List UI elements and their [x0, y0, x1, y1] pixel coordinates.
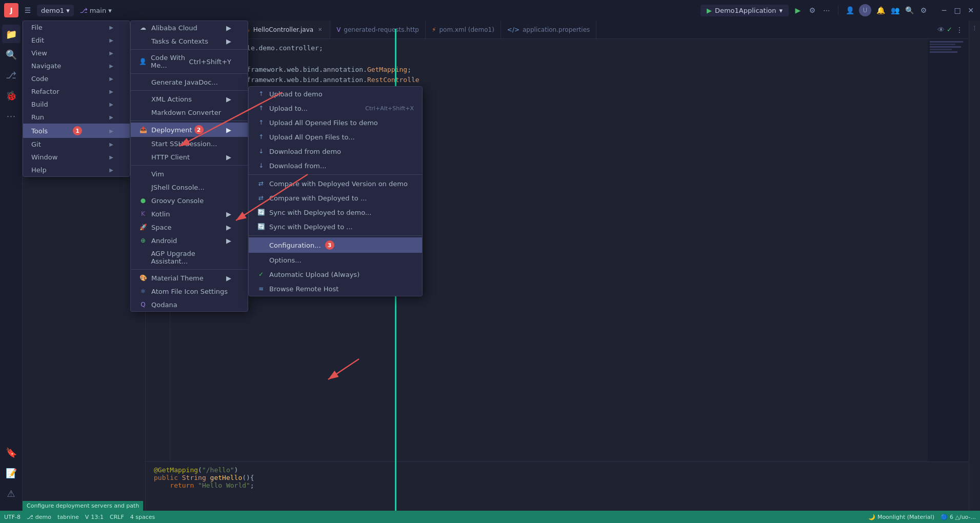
menu-tools[interactable]: Tools 1 ▶ — [23, 124, 130, 138]
dep-upload-all-open[interactable]: ↑ Upload All Open Files to... — [249, 130, 422, 144]
more-button[interactable]: ⋯ — [822, 5, 832, 15]
tab-more-icon[interactable]: ⋮ — [954, 25, 965, 35]
arrow-right-icon: ▶ — [226, 126, 231, 134]
tools-vim[interactable]: Vim — [131, 167, 248, 180]
hamburger-icon[interactable]: ☰ — [23, 5, 33, 15]
item-row: AGP Upgrade Assistant... — [139, 250, 231, 265]
todo-icon[interactable]: 📝 — [2, 464, 21, 482]
tab-appprops[interactable]: </> application.properties — [501, 21, 596, 39]
code-line-4: import org.springframework.web.bind.anno… — [178, 75, 919, 86]
tools-groovy[interactable]: ● Groovy Console — [131, 194, 248, 207]
tools-material-theme[interactable]: 🎨 Material Theme ▶ — [131, 271, 248, 285]
tools-android[interactable]: ⊕ Android ▶ — [131, 234, 248, 247]
tab-generated-requests[interactable]: V generated-requests.http — [330, 21, 426, 39]
menu-code[interactable]: Code ▶ — [23, 72, 130, 85]
tools-deployment[interactable]: 📤 Deployment 2 ▶ — [131, 123, 248, 137]
dep-compare-deployed-to[interactable]: ⇄ Compare with Deployed to ... — [249, 191, 422, 205]
menu-run[interactable]: Run ▶ — [23, 111, 130, 124]
tools-tasks-contexts[interactable]: Tasks & Contexts ▶ — [131, 34, 248, 48]
tools-qodana[interactable]: Q Qodana — [131, 298, 248, 311]
status-line-ending[interactable]: CRLF — [110, 514, 124, 520]
item-row: ● Groovy Console — [139, 196, 204, 205]
close-icon[interactable]: ✕ — [966, 5, 976, 15]
browse-icon: ≡ — [257, 285, 265, 293]
settings-button[interactable]: ⚙ — [807, 5, 817, 15]
dep-download-from[interactable]: ↓ Download from... — [249, 158, 422, 173]
tools-agp[interactable]: AGP Upgrade Assistant... — [131, 247, 248, 268]
people-icon[interactable]: 👥 — [890, 5, 900, 15]
tools-alibaba-cloud[interactable]: ☁ Alibaba Cloud ▶ — [131, 21, 248, 34]
menu-edit-label: Edit — [31, 36, 44, 44]
notifications-icon[interactable]: 🔔 — [875, 5, 886, 15]
eye-icon[interactable]: 👁 — [937, 26, 945, 34]
bookmarks-icon[interactable]: 🔖 — [2, 443, 21, 461]
menu-file[interactable]: File ▶ — [23, 21, 130, 34]
tools-kotlin[interactable]: K Kotlin ▶ — [131, 207, 248, 220]
dep-sync-to[interactable]: 🔄 Sync with Deployed to ... — [249, 219, 422, 234]
run-debug-activity-icon[interactable]: 🐞 — [2, 86, 21, 105]
tools-markdown[interactable]: Markdown Converter — [131, 106, 248, 119]
maximize-icon[interactable]: □ — [952, 5, 963, 15]
status-indent[interactable]: 4 spaces — [130, 514, 155, 520]
right-sidebar-icon[interactable]: ⋮ — [970, 23, 980, 33]
dep-upload-to[interactable]: ↑ Upload to... Ctrl+Alt+Shift+X — [249, 101, 422, 115]
dep-upload-all-opened[interactable]: ↑ Upload All Opened Files to demo — [249, 115, 422, 130]
status-theme[interactable]: 🌙 Moonlight (Material) — [868, 514, 934, 520]
avatar-icon[interactable]: U — [859, 4, 871, 16]
menu-refactor[interactable]: Refactor ▶ — [23, 85, 130, 98]
menu-edit[interactable]: Edit ▶ — [23, 34, 130, 47]
tools-generate-javadoc[interactable]: Generate JavaDoc... — [131, 75, 248, 89]
tab-pomxml[interactable]: ⚡ pom.xml (demo1) — [426, 21, 501, 39]
menu-git[interactable]: Git ▶ — [23, 138, 130, 151]
vcs-selector[interactable]: ⎇ main ▾ — [80, 7, 112, 14]
menu-navigate[interactable]: Navigate ▶ — [23, 59, 130, 72]
tools-submenu[interactable]: ☁ Alibaba Cloud ▶ Tasks & Contexts ▶ 👤 C… — [130, 21, 248, 312]
dep-compare-deployed-version[interactable]: ⇄ Compare with Deployed Version on demo — [249, 176, 422, 191]
dep-download-demo[interactable]: ↓ Download from demo — [249, 144, 422, 158]
dep-label: Browse Remote Host — [269, 285, 338, 293]
tools-http-client[interactable]: HTTP Client ▶ — [131, 150, 248, 164]
run-controls: ▶ Demo1Application ▾ ▶ ⚙ ⋯ 👤 U 🔔 👥 🔍 ⚙ ─… — [701, 4, 976, 16]
run-config-button[interactable]: ▶ Demo1Application ▾ — [701, 5, 789, 16]
tools-code-with-me[interactable]: 👤 Code With Me... Ctrl+Shift+Y — [131, 51, 248, 72]
deployment-submenu[interactable]: ↑ Upload to demo ↑ Upload to... Ctrl+Alt… — [248, 86, 423, 296]
dep-browse-remote[interactable]: ≡ Browse Remote Host — [249, 281, 422, 296]
arrow-right-icon: ▶ — [109, 76, 113, 82]
dep-item-row: ⇄ Compare with Deployed Version on demo — [257, 179, 408, 188]
status-encoding[interactable]: UTF-8 — [4, 514, 21, 520]
dep-auto-upload[interactable]: ✓ Automatic Upload (Always) — [249, 267, 422, 281]
tools-jshell[interactable]: JShell Console... — [131, 180, 248, 194]
dep-sync-demo[interactable]: 🔄 Sync with Deployed to demo... — [249, 205, 422, 219]
tab-hellocontroller[interactable]: ☕ HelloController.java ✕ — [238, 21, 330, 39]
status-warnings[interactable]: 🔵 6 △/uo-... — [941, 514, 976, 520]
settings2-icon[interactable]: ⚙ — [918, 5, 929, 15]
tools-xml-actions[interactable]: XML Actions ▶ — [131, 92, 248, 106]
minimize-icon[interactable]: ─ — [939, 5, 949, 15]
menu-window[interactable]: Window ▶ — [23, 151, 130, 164]
project-tree-icon[interactable]: 📁 — [2, 25, 21, 43]
tools-space[interactable]: 🚀 Space ▶ — [131, 220, 248, 234]
dep-upload-demo[interactable]: ↑ Upload to demo — [249, 87, 422, 101]
download-icon: ↓ — [257, 162, 265, 170]
dep-configuration[interactable]: Configuration... 3 — [249, 237, 422, 253]
tools-atom-file-icon[interactable]: ⚛ Atom File Icon Settings — [131, 285, 248, 298]
tab-close-icon[interactable]: ✕ — [316, 26, 324, 33]
problems-icon[interactable]: ⚠ — [2, 484, 21, 502]
dep-options[interactable]: Options... — [249, 253, 422, 267]
main-menu[interactable]: File ▶ Edit ▶ View ▶ Navigate ▶ Code ▶ R… — [23, 21, 130, 177]
titlebar: J ☰ demo1 ▾ ⎇ main ▾ ▶ Demo1Application … — [0, 0, 980, 21]
run-button[interactable]: ▶ — [793, 5, 803, 15]
status-cursor[interactable]: V 13:1 — [85, 514, 104, 520]
status-tabnine[interactable]: tabnine — [57, 514, 79, 520]
menu-build[interactable]: Build ▶ — [23, 98, 130, 111]
more-activity-icon[interactable]: ⋯ — [2, 107, 21, 125]
menu-view[interactable]: View ▶ — [23, 47, 130, 59]
project-selector[interactable]: demo1 ▾ — [37, 5, 74, 16]
search-icon[interactable]: 🔍 — [904, 5, 914, 15]
vcs-activity-icon[interactable]: ⎇ — [2, 66, 21, 84]
status-branch[interactable]: ⎇ demo — [27, 514, 51, 520]
tools-ssh[interactable]: Start SSH Session... — [131, 137, 248, 150]
menu-help[interactable]: Help ▶ — [23, 164, 130, 176]
account-icon[interactable]: 👤 — [845, 5, 855, 15]
search-activity-icon[interactable]: 🔍 — [2, 45, 21, 64]
